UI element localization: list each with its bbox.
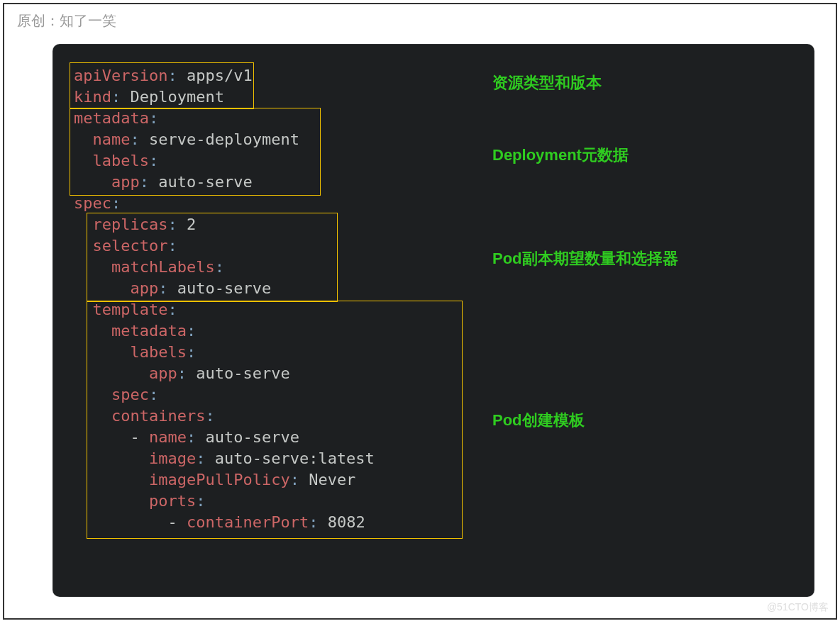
annotation-label-4: Pod创建模板	[492, 410, 585, 431]
highlight-box-3	[87, 213, 338, 302]
highlight-box-1	[70, 62, 254, 109]
code-panel: apiVersion: apps/v1 kind: Deployment met…	[52, 44, 814, 597]
annotation-label-2: Deployment元数据	[492, 145, 629, 166]
attribution-text: 原创：知了一笑	[17, 11, 116, 30]
annotation-label-1: 资源类型和版本	[492, 72, 602, 94]
watermark-text: @51CTO博客	[767, 601, 829, 614]
document-frame: 原创：知了一笑 apiVersion: apps/v1 kind: Deploy…	[3, 3, 837, 620]
yaml-colon: :	[111, 194, 121, 212]
annotation-label-3: Pod副本期望数量和选择器	[492, 248, 678, 269]
yaml-key: spec	[74, 194, 111, 212]
highlight-box-2	[70, 108, 321, 196]
highlight-box-4	[87, 301, 463, 539]
